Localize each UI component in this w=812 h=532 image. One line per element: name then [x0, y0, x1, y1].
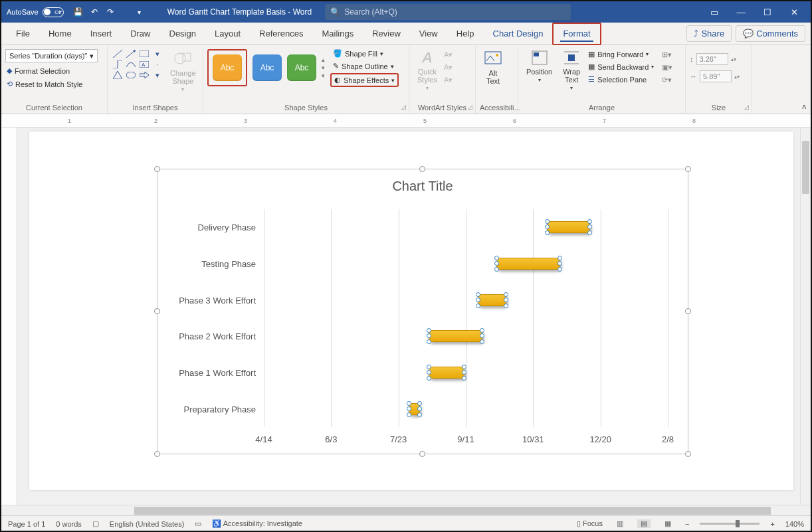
resize-handle[interactable] [419, 166, 425, 172]
bar-handle[interactable] [476, 304, 480, 308]
word-count[interactable]: 0 words [56, 520, 82, 528]
bar-handle[interactable] [427, 365, 431, 369]
resize-handle[interactable] [154, 166, 160, 172]
shape-width-input[interactable]: 5.89" [700, 70, 732, 82]
bar-handle[interactable] [587, 224, 592, 229]
text-outline-icon[interactable]: A▾ [444, 63, 453, 72]
bar-handle[interactable] [504, 304, 508, 308]
selection-pane-button[interactable]: ☰Selection Pane [587, 74, 655, 84]
redo-icon[interactable]: ↷ [102, 4, 118, 20]
bar-handle[interactable] [462, 365, 466, 369]
bar-handle[interactable] [545, 230, 550, 235]
tab-design[interactable]: Design [160, 23, 205, 45]
tab-home[interactable]: Home [39, 23, 81, 45]
bar-handle[interactable] [407, 401, 411, 406]
bar-handle[interactable] [587, 230, 592, 235]
bar-handle[interactable] [558, 261, 562, 266]
reset-style-button[interactable]: ⟲Reset to Match Style [5, 79, 84, 89]
collapse-ribbon-icon[interactable]: ʌ [802, 45, 811, 114]
autosave-toggle[interactable]: Off [43, 7, 64, 17]
bring-forward-button[interactable]: ▦Bring Forward▾ [587, 49, 655, 59]
shape-fill-button[interactable]: 🪣Shape Fill▾ [330, 48, 399, 59]
triangle-icon[interactable] [112, 70, 124, 80]
gantt-bar[interactable] [496, 258, 560, 270]
tab-chart-design[interactable]: Chart Design [484, 23, 553, 45]
tab-format[interactable]: Format [552, 23, 601, 45]
minimize-icon[interactable]: — [734, 7, 748, 17]
dialog-launcher-icon[interactable]: ◿ [401, 104, 406, 110]
tab-help[interactable]: Help [447, 23, 484, 45]
bar-handle[interactable] [504, 298, 508, 302]
save-icon[interactable]: 💾 [70, 4, 86, 20]
shape-effects-button[interactable]: ◐Shape Effects▾ [330, 73, 399, 87]
more-row2-icon[interactable]: · [152, 60, 163, 69]
wrap-text-button[interactable]: Wrap Text▾ [559, 46, 584, 94]
gantt-bar[interactable] [547, 221, 591, 233]
gallery-expand-icon[interactable]: ▾ [152, 70, 163, 80]
bar-handle[interactable] [476, 292, 480, 297]
line-arrow-icon[interactable] [125, 49, 137, 58]
spellcheck-icon[interactable]: ▢ [92, 519, 99, 528]
resize-handle[interactable] [154, 451, 160, 457]
shape-outline-button[interactable]: ✎Shape Outline▾ [330, 60, 399, 72]
resize-handle[interactable] [154, 308, 160, 314]
shape-style-swatch-orange[interactable]: Abc [213, 54, 242, 81]
bar-handle[interactable] [407, 406, 411, 411]
share-button[interactable]: ⤴Share [686, 25, 732, 42]
dialog-launcher-icon[interactable]: ◿ [468, 104, 472, 110]
bar-handle[interactable] [427, 328, 431, 333]
bar-handle[interactable] [480, 339, 484, 344]
tab-insert[interactable]: Insert [81, 23, 122, 45]
macro-icon[interactable]: ▭ [195, 519, 201, 528]
dialog-launcher-icon[interactable]: ◿ [744, 104, 749, 110]
bar-handle[interactable] [427, 339, 431, 344]
zoom-in-button[interactable]: + [770, 520, 774, 528]
bar-handle[interactable] [417, 406, 422, 411]
bar-handle[interactable] [462, 376, 466, 381]
bar-handle[interactable] [494, 261, 499, 266]
horizontal-scrollbar[interactable] [1, 505, 811, 515]
shape-style-gallery-more[interactable]: ▴▾▾ [322, 56, 325, 79]
oval-icon[interactable] [125, 70, 137, 80]
bar-handle[interactable] [417, 412, 422, 417]
align-button[interactable]: ⊞▾ [662, 50, 672, 59]
tab-layout[interactable]: Layout [205, 23, 250, 45]
connector-icon[interactable] [112, 60, 124, 69]
resize-handle[interactable] [685, 451, 691, 457]
bar-handle[interactable] [462, 370, 466, 375]
resize-handle[interactable] [419, 451, 425, 457]
zoom-level[interactable]: 140% [785, 520, 804, 528]
scrollbar-thumb[interactable] [802, 141, 809, 194]
bar-handle[interactable] [480, 333, 484, 338]
vertical-scrollbar[interactable] [800, 128, 811, 505]
shapes-gallery[interactable]: ▾ A · ▾ [112, 46, 163, 80]
autosave-control[interactable]: AutoSave Off [7, 7, 64, 17]
comments-button[interactable]: 💬Comments [736, 25, 805, 42]
freeform-icon[interactable] [125, 60, 137, 69]
zoom-out-button[interactable]: − [685, 520, 689, 528]
bar-handle[interactable] [545, 219, 550, 224]
position-button[interactable]: Position▾ [522, 46, 556, 86]
format-selection-button[interactable]: ◆Format Selection [5, 66, 71, 76]
tab-file[interactable]: File [7, 23, 39, 45]
gantt-chart-object[interactable]: Chart Title 4/146/37/239/1110/3112/202/8… [157, 169, 688, 454]
resize-handle[interactable] [685, 308, 691, 314]
bar-handle[interactable] [427, 376, 431, 381]
more-row1-icon[interactable]: ▾ [152, 49, 163, 58]
gantt-bar[interactable] [429, 330, 482, 342]
chart-title[interactable]: Chart Title [157, 169, 688, 194]
ribbon-display-icon[interactable]: ▭ [707, 7, 722, 17]
scrollbar-thumb[interactable] [134, 507, 771, 515]
change-shape-button[interactable]: Change Shape ▾ [166, 46, 200, 95]
bar-handle[interactable] [476, 298, 480, 302]
text-fill-icon[interactable]: A▾ [444, 50, 453, 59]
shape-height-input[interactable]: 3.26" [696, 53, 728, 65]
qat-customize-icon[interactable]: ▾ [132, 4, 148, 20]
search-box[interactable]: 🔍 Search (Alt+Q) [325, 4, 571, 20]
bar-handle[interactable] [558, 256, 562, 260]
bar-handle[interactable] [480, 328, 484, 333]
document-page[interactable]: Chart Title 4/146/37/239/1110/3112/202/8… [29, 132, 793, 490]
bar-handle[interactable] [417, 401, 422, 406]
rect-shape-icon[interactable] [138, 49, 150, 58]
arrow-right-icon[interactable] [138, 70, 150, 80]
